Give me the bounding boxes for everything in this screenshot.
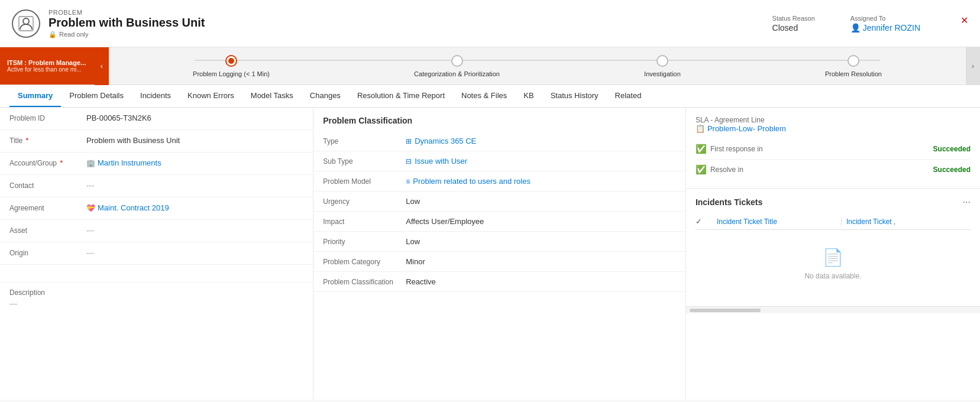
field-label-origin: Origin [9,248,86,257]
status-reason-group: Status Reason Closed [772,15,815,33]
header-icon [12,9,40,38]
process-step-2[interactable]: Categorization & Prioritization [414,55,500,77]
class-label-category: Problem Category [323,258,406,266]
incidents-empty-state: 📄 No data available. [696,230,971,298]
process-steps: Problem Logging (< 1 Min) Categorization… [109,55,966,77]
incidents-col-number[interactable]: Incident Ticket , [842,218,971,226]
process-nav-right[interactable]: › [966,47,980,85]
description-label: Description [9,288,303,297]
step-1-label: Problem Logging (< 1 Min) [193,70,270,77]
description-value[interactable]: --- [9,299,303,308]
class-row-type: Type ⊞ Dynamics 365 CE [313,131,685,151]
assigned-to-label: Assigned To [850,15,920,22]
sla-row-first-response: ✅ First response in Succeeded [696,139,971,160]
sla-first-response-status: Succeeded [933,145,971,153]
main-content: Problem ID PB-00065-T3N2K6 Title * Probl… [0,108,980,400]
class-value-subtype[interactable]: ⊟ Issue with User [406,157,676,166]
process-bar: ITSM : Problem Manage... Active for less… [0,47,980,85]
step-1-circle [225,55,237,67]
field-label-contact: Contact [9,181,86,190]
middle-panel: Problem Classification Type ⊞ Dynamics 3… [313,108,686,400]
class-value-priority[interactable]: Low [406,237,676,246]
class-value-type[interactable]: ⊞ Dynamics 365 CE [406,137,676,145]
tab-known-errors[interactable]: Known Errors [179,85,242,107]
right-panel: SLA - Agreement Line 📋 Problem-Low- Prob… [686,108,980,400]
scroll-thumb[interactable] [690,309,761,312]
class-row-priority: Priority Low [313,232,685,252]
class-row-impact: Impact Affects User/Employee [313,212,685,232]
tab-status-history[interactable]: Status History [542,85,607,107]
process-sidebar-subtitle: Active for less than one mi... [7,66,88,73]
step-3-circle [656,55,668,67]
sla-section: SLA - Agreement Line 📋 Problem-Low- Prob… [686,108,980,189]
spacer [0,265,313,283]
process-step-1[interactable]: Problem Logging (< 1 Min) [193,55,270,77]
check-circle-icon-1: ✅ [696,144,707,154]
contract-icon: 💝 [86,204,95,212]
process-sidebar-item[interactable]: ITSM : Problem Manage... Active for less… [0,47,95,85]
scroll-bar-area[interactable] [686,306,980,313]
readonly-label: 🔒 Read only [48,31,772,38]
class-value-model[interactable]: ≡ Problem related to users and roles [406,177,676,186]
close-button[interactable]: ✕ [960,15,968,26]
field-value-origin[interactable]: --- [86,248,303,257]
tab-changes[interactable]: Changes [302,85,349,107]
description-section: Description --- [0,283,313,314]
process-sidebar-title: ITSM : Problem Manage... [7,59,88,66]
class-label-urgency: Urgency [323,197,406,206]
class-value-urgency[interactable]: Low [406,197,676,206]
tab-resolution-time[interactable]: Resolution & Time Report [349,85,453,107]
class-label-subtype: Sub Type [323,157,406,166]
process-line [195,60,880,60]
step-4-circle [848,55,859,67]
class-row-classification: Problem Classification Reactive [313,272,685,292]
field-value-account[interactable]: 🏢 Martin Instruments [86,158,303,167]
empty-message: No data available. [804,272,861,280]
class-row-model: Problem Model ≡ Problem related to users… [313,171,685,192]
field-value-agreement[interactable]: 💝 Maint. Contract 2019 [86,203,303,212]
model-icon: ≡ [406,177,410,186]
building-icon: 🏢 [86,159,95,167]
class-label-classification: Problem Classification [323,278,406,286]
process-step-3[interactable]: Investigation [644,55,681,77]
class-label-impact: Impact [323,218,406,226]
step-2-circle [451,55,463,67]
incidents-col-title[interactable]: Incident Ticket Title [712,218,842,226]
tab-kb[interactable]: KB [515,85,542,107]
sla-resolve-status: Succeeded [933,166,971,174]
field-value-asset[interactable]: --- [86,226,303,235]
incidents-check-col: ✓ [696,217,712,226]
check-circle-icon-2: ✅ [696,164,707,175]
process-step-4[interactable]: Problem Resolution [825,55,882,77]
required-star: * [26,137,29,145]
sla-value[interactable]: 📋 Problem-Low- Problem [696,124,786,133]
assigned-to-value[interactable]: 👤 Jennifer ROZIN [850,23,920,33]
tab-related[interactable]: Related [607,85,650,107]
required-star-2: * [60,159,63,167]
class-value-category[interactable]: Minor [406,257,676,266]
class-value-classification[interactable]: Reactive [406,277,676,286]
title-area: PROBLEM Problem with Business Unit 🔒 Rea… [48,9,772,38]
record-type-label: PROBLEM [48,9,772,16]
incidents-table-header: ✓ Incident Ticket Title Incident Ticket … [696,213,971,230]
field-value-contact[interactable]: --- [86,181,303,190]
incidents-section: Incidents Tickets ··· ✓ Incident Ticket … [686,189,980,306]
sla-link-icon: 📋 [696,124,705,133]
left-panel: Problem ID PB-00065-T3N2K6 Title * Probl… [0,108,313,400]
svg-point-0 [23,18,29,24]
field-value-title[interactable]: Problem with Business Unit [86,136,303,145]
field-label-account: Account/Group * [9,158,86,167]
incidents-more-button[interactable]: ··· [963,197,971,208]
incidents-header: Incidents Tickets ··· [696,197,971,208]
class-value-impact[interactable]: Affects User/Employee [406,217,676,226]
tab-notes-files[interactable]: Notes & Files [453,85,515,107]
checkmark-icon: ✓ [696,217,702,226]
tab-model-tasks[interactable]: Model Tasks [242,85,302,107]
tab-incidents[interactable]: Incidents [132,85,179,107]
process-nav-left[interactable]: ‹ [95,47,109,85]
sla-first-response-label: ✅ First response in [696,144,763,154]
tab-problem-details[interactable]: Problem Details [61,85,132,107]
tab-summary[interactable]: Summary [9,85,61,107]
sla-header: SLA - Agreement Line 📋 Problem-Low- Prob… [696,116,971,133]
step-2-label: Categorization & Prioritization [414,70,500,77]
